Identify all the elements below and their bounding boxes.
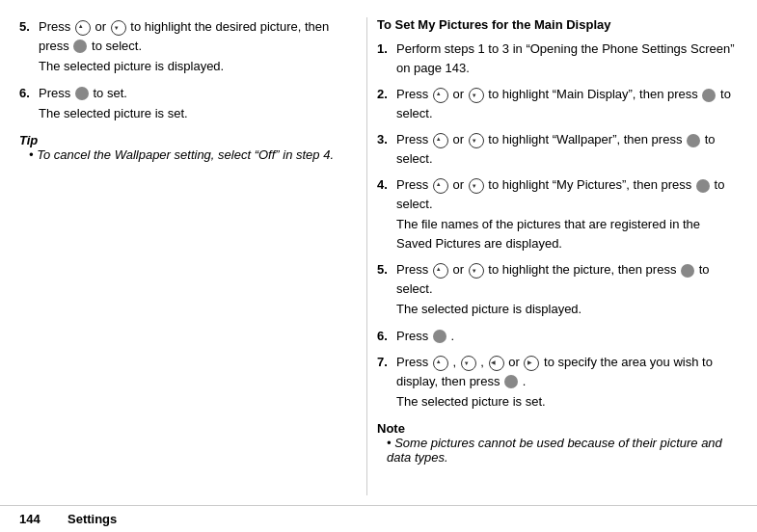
- footer-section-label: Settings: [68, 512, 117, 526]
- right-section-heading: To Set My Pictures for the Main Display: [377, 17, 738, 32]
- right-step-content-1: Perform steps 1 to 3 in “Opening the Pho…: [396, 40, 738, 77]
- arrow-up-icon-r5: [433, 263, 448, 279]
- center-btn-r2: [702, 89, 716, 102]
- step-content-6: Press to set. The selected picture is se…: [39, 84, 347, 123]
- right-step-num-2: 2.: [377, 85, 394, 122]
- tip-section: Tip • To cancel the Wallpaper setting, s…: [19, 133, 347, 162]
- r-step3-or: or: [452, 132, 467, 146]
- arrow-up-icon-r3: [433, 133, 448, 148]
- center-btn-r7: [504, 375, 518, 388]
- step6-subtext: The selected picture is set.: [39, 104, 347, 123]
- note-title: Note: [377, 421, 405, 436]
- center-btn-r5: [681, 264, 694, 278]
- tip-title: Tip: [19, 133, 38, 147]
- arrow-up-icon-r2: [433, 88, 448, 103]
- right-step-content-3: Press or to highlight “Wallpaper”, then …: [396, 130, 738, 168]
- step5-text4: to select.: [92, 39, 142, 53]
- center-btn-left5: [73, 40, 87, 53]
- arrow-down-icon-r2: [469, 88, 484, 103]
- step-content-5: Press or to highlight the desired pictur…: [39, 17, 347, 76]
- center-btn-r3: [687, 134, 700, 147]
- right-step-7: 7. Press , , or to specify the area you …: [377, 353, 738, 412]
- right-step-content-4: Press or to highlight “My Pictures”, the…: [396, 175, 738, 253]
- r-step4-or: or: [452, 177, 467, 192]
- step6-text1: Press: [39, 86, 70, 100]
- r-step3-text3: to highlight “Wallpaper”, then press: [488, 132, 682, 146]
- left-steps-list: 5. Press or to highlight the desired pic…: [19, 17, 347, 123]
- step5-or1: or: [95, 19, 109, 34]
- note-text: • Some pictures cannot be used because o…: [387, 436, 738, 465]
- tip-text: • To cancel the Wallpaper setting, selec…: [29, 147, 347, 162]
- right-step-num-7: 7.: [377, 353, 394, 412]
- r-step7-text6: .: [523, 374, 527, 388]
- note-bullet-char: •: [387, 436, 394, 450]
- r-step5-text3: to highlight the picture, then press: [488, 262, 676, 277]
- right-step-num-3: 3.: [377, 130, 394, 168]
- r-step2-text3: to highlight “Main Display”, then press: [488, 87, 698, 101]
- tip-bullet-text: To cancel the Wallpaper setting, select …: [37, 147, 334, 162]
- r-step6-text2: .: [450, 329, 454, 343]
- step-num-6: 6.: [19, 84, 37, 123]
- arrow-down-icon-r4: [469, 178, 484, 194]
- right-step-content-5: Press or to highlight the picture, then …: [396, 260, 738, 319]
- note-section: Note • Some pictures cannot be used beca…: [377, 421, 738, 465]
- r-step7-comma2: ,: [480, 355, 484, 369]
- center-btn-left6: [75, 87, 89, 100]
- r-step5-subtext: The selected picture is displayed.: [396, 300, 738, 319]
- step5-subtext: The selected picture is displayed.: [39, 57, 347, 76]
- tip-bullet-char: •: [29, 147, 37, 162]
- right-step-content-2: Press or to highlight “Main Display”, th…: [396, 85, 738, 122]
- r-step7-comma1: ,: [452, 355, 456, 369]
- step6-text2: to set.: [93, 86, 126, 100]
- arrow-up-icon-r4: [433, 178, 448, 194]
- r-step6-text1: Press: [396, 329, 428, 343]
- r-step5-or: or: [452, 262, 467, 277]
- r-step7-subtext: The selected picture is set.: [396, 392, 738, 412]
- step-num-5: 5.: [19, 17, 37, 76]
- right-step-content-6: Press .: [396, 327, 738, 346]
- right-step-4: 4. Press or to highlight “My Pictures”, …: [377, 175, 738, 253]
- arrow-down-icon-r3: [469, 133, 484, 148]
- left-step-5: 5. Press or to highlight the desired pic…: [19, 17, 347, 76]
- arrow-left-icon-r7: [489, 356, 504, 371]
- r-step2-or: or: [452, 87, 467, 101]
- r-step5-text1: Press: [396, 262, 428, 277]
- r-step7-text1: Press: [396, 355, 428, 369]
- footer-page-number: 144: [19, 512, 48, 526]
- r-step3-text1: Press: [396, 132, 428, 146]
- footer-bar: 144 Settings: [0, 505, 757, 532]
- left-step-6: 6. Press to set. The selected picture is…: [19, 84, 347, 123]
- r-step1-text: Perform steps 1 to 3 in “Opening the Pho…: [396, 41, 734, 75]
- right-step-content-7: Press , , or to specify the area you wis…: [396, 353, 738, 412]
- r-step4-text1: Press: [396, 177, 428, 192]
- right-step-3: 3. Press or to highlight “Wallpaper”, th…: [377, 130, 738, 168]
- r-step4-text3: to highlight “My Pictures”, then press: [488, 177, 691, 192]
- arrow-down-icon-r7: [461, 356, 476, 371]
- right-step-num-6: 6.: [377, 327, 394, 346]
- right-column: To Set My Pictures for the Main Display …: [366, 17, 738, 495]
- right-step-num-1: 1.: [377, 40, 394, 77]
- right-steps-list: 1. Perform steps 1 to 3 in “Opening the …: [377, 40, 738, 412]
- note-bullet-text: Some pictures cannot be used because of …: [387, 436, 722, 465]
- arrow-down-icon-left5: [111, 20, 126, 36]
- right-step-6: 6. Press .: [377, 327, 738, 346]
- right-step-2: 2. Press or to highlight “Main Display”,…: [377, 85, 738, 122]
- arrow-right-icon-r7: [524, 356, 539, 371]
- r-step4-subtext: The file names of the pictures that are …: [396, 215, 738, 253]
- center-btn-r4: [696, 179, 710, 193]
- step5-text1: Press: [39, 19, 70, 34]
- right-step-num-5: 5.: [377, 260, 394, 319]
- r-step7-or: or: [508, 355, 523, 369]
- arrow-down-icon-r5: [469, 263, 484, 279]
- center-btn-r6: [433, 330, 446, 343]
- right-step-5: 5. Press or to highlight the picture, th…: [377, 260, 738, 319]
- right-step-num-4: 4.: [377, 175, 394, 253]
- r-step2-text1: Press: [396, 87, 428, 101]
- content-area: 5. Press or to highlight the desired pic…: [0, 0, 757, 505]
- arrow-up-icon-r7: [433, 356, 448, 371]
- page-container: 5. Press or to highlight the desired pic…: [0, 0, 757, 532]
- arrow-up-icon-left5: [75, 20, 91, 36]
- right-step-1: 1. Perform steps 1 to 3 in “Opening the …: [377, 40, 738, 77]
- left-column: 5. Press or to highlight the desired pic…: [19, 17, 366, 495]
